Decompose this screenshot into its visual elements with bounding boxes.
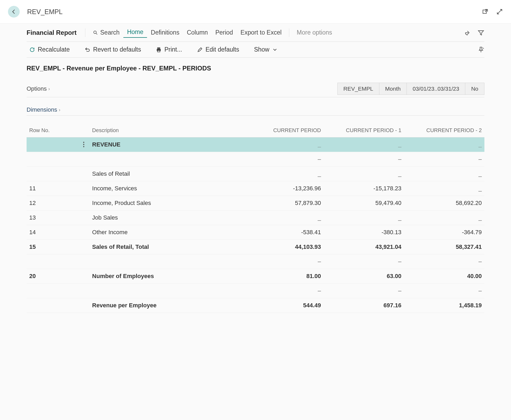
tab-home[interactable]: Home	[123, 27, 147, 38]
dimensions-label: Dimensions	[27, 106, 57, 113]
cell-rowno: 14	[27, 225, 90, 240]
table-row[interactable]: 20Number of Employees81.0063.0040.00	[27, 269, 484, 284]
pin-icon[interactable]	[478, 46, 484, 53]
svg-point-1	[94, 31, 96, 33]
col-current[interactable]: CURRENT PERIOD	[243, 124, 324, 137]
col-current-1[interactable]: CURRENT PERIOD - 1	[324, 124, 404, 137]
cell-cp1: -15,178.23	[324, 181, 404, 196]
expand-icon[interactable]	[496, 8, 503, 15]
filter-icon[interactable]	[478, 29, 484, 36]
col-description[interactable]: Description	[90, 124, 243, 137]
table-row[interactable]: 11Income, Services-13,236.96-15,178.23_	[27, 181, 484, 196]
cell-cp: _	[243, 167, 324, 181]
edit-defaults-label: Edit defaults	[206, 46, 239, 53]
cell-rowno: 20	[27, 269, 90, 284]
row-menu-icon[interactable]: ⋮	[81, 141, 87, 148]
revert-button[interactable]: Revert to defaults	[82, 44, 144, 55]
tab-column[interactable]: Column	[183, 28, 212, 37]
table-row[interactable]: –––	[27, 284, 484, 298]
cell-cp: –	[243, 254, 324, 269]
cell-cp1: -380.13	[324, 225, 404, 240]
table-row[interactable]: 15Sales of Retail, Total44,103.9343,921.…	[27, 240, 484, 254]
cell-cp1: _	[324, 211, 404, 225]
back-button[interactable]	[8, 6, 20, 18]
cell-cp2: 1,458.19	[404, 298, 484, 313]
cell-rowno: 15	[27, 240, 90, 254]
cell-description	[90, 152, 243, 167]
pill-no[interactable]: No	[465, 83, 484, 95]
table-row[interactable]: –––	[27, 152, 484, 167]
cell-cp: -538.41	[243, 225, 324, 240]
recalculate-label: Recalculate	[38, 46, 70, 53]
col-rowno[interactable]: Row No.	[27, 124, 90, 137]
show-label: Show	[254, 46, 270, 53]
more-options-action[interactable]: More options	[293, 28, 336, 37]
recalculate-button[interactable]: Recalculate	[27, 44, 72, 55]
refresh-icon	[29, 47, 35, 53]
edit-defaults-button[interactable]: Edit defaults	[194, 44, 242, 55]
show-dropdown[interactable]: Show	[252, 44, 281, 55]
search-action[interactable]: Search	[89, 28, 123, 37]
cell-description: Number of Employees	[90, 269, 243, 284]
table-row[interactable]: ⋮REVENUE___	[27, 137, 484, 152]
report-label: Financial Report	[27, 29, 77, 36]
cell-cp1: 59,479.40	[324, 196, 404, 211]
cell-description	[90, 254, 243, 269]
cell-rowno	[27, 152, 90, 167]
tab-period[interactable]: Period	[212, 28, 237, 37]
svg-rect-0	[483, 10, 486, 14]
cell-cp1: 63.00	[324, 269, 404, 284]
chevron-down-icon	[272, 47, 278, 53]
pill-date-range[interactable]: 03/01/23..03/31/23	[407, 83, 465, 95]
cell-rowno	[27, 284, 90, 298]
report-table: Row No. Description CURRENT PERIOD CURRE…	[27, 124, 484, 313]
pill-code[interactable]: REV_EMPL	[337, 83, 379, 95]
cell-cp2: -364.79	[404, 225, 484, 240]
arrow-left-icon	[11, 9, 17, 15]
search-label: Search	[100, 29, 120, 36]
cell-description: REVENUE	[90, 137, 243, 152]
col-current-2[interactable]: CURRENT PERIOD - 2	[404, 124, 484, 137]
cell-cp: _	[243, 137, 324, 152]
table-row[interactable]: 14Other Income-538.41-380.13-364.79	[27, 225, 484, 240]
pencil-icon	[197, 47, 203, 53]
cell-description	[90, 284, 243, 298]
cell-cp2: 58,327.41	[404, 240, 484, 254]
chevron-right-icon: ›	[48, 86, 50, 92]
cell-cp1: 697.16	[324, 298, 404, 313]
cell-cp2: 58,692.20	[404, 196, 484, 211]
cell-cp2: _	[404, 167, 484, 181]
cell-description: Sales of Retail	[90, 167, 243, 181]
toolbar: Recalculate Revert to defaults Print... …	[27, 42, 484, 58]
cell-cp: -13,236.96	[243, 181, 324, 196]
cell-cp1: _	[324, 167, 404, 181]
pill-period-type[interactable]: Month	[379, 83, 407, 95]
print-label: Print...	[164, 46, 182, 53]
table-row[interactable]: Revenue per Employee544.49697.161,458.19	[27, 298, 484, 313]
print-button[interactable]: Print...	[153, 44, 185, 55]
cell-rowno	[27, 167, 90, 181]
cell-rowno	[27, 254, 90, 269]
tab-definitions[interactable]: Definitions	[147, 28, 183, 37]
report-subtitle: REV_EMPL - Revenue per Employee - REV_EM…	[27, 58, 484, 83]
cell-cp2: _	[404, 181, 484, 196]
export-excel-action[interactable]: Export to Excel	[237, 28, 285, 37]
table-row[interactable]: 12Income, Product Sales57,879.3059,479.4…	[27, 196, 484, 211]
divider	[289, 28, 289, 37]
cell-cp2: –	[404, 254, 484, 269]
cell-cp: –	[243, 284, 324, 298]
cell-description: Income, Product Sales	[90, 196, 243, 211]
table-row[interactable]: –––	[27, 254, 484, 269]
dimensions-toggle[interactable]: Dimensions ›	[27, 106, 60, 113]
popout-icon[interactable]	[482, 8, 489, 15]
cell-description: Revenue per Employee	[90, 298, 243, 313]
undo-icon	[85, 47, 90, 53]
table-row[interactable]: 13Job Sales___	[27, 211, 484, 225]
table-row[interactable]: Sales of Retail___	[27, 167, 484, 181]
cell-rowno: 11	[27, 181, 90, 196]
options-toggle[interactable]: Options ›	[27, 85, 50, 92]
cell-rowno	[27, 298, 90, 313]
svg-rect-2	[157, 47, 160, 49]
page-title: REV_EMPL	[27, 8, 482, 16]
share-icon[interactable]	[464, 29, 471, 36]
